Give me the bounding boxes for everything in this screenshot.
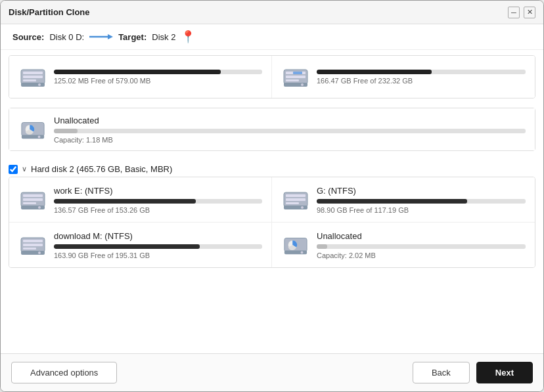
source-disk-value: Disk 0 D: <box>49 32 84 42</box>
download-m-info: download M: (NTFS) 163.90 GB Free of 195… <box>54 231 262 259</box>
window-title: Disk/Partition Clone <box>9 7 90 17</box>
back-button[interactable]: Back <box>413 362 470 383</box>
disk2-title: Hard disk 2 (465.76 GB, Basic, MBR) <box>31 164 172 174</box>
target-disk-value: Disk 2 <box>152 32 175 42</box>
svg-rect-27 <box>286 198 306 201</box>
svg-rect-26 <box>286 194 306 197</box>
top-partition-left: 125.02 MB Free of 579.00 MB <box>9 56 272 98</box>
footer: Advanced options Back Next <box>1 353 543 391</box>
close-button[interactable]: ✕ <box>524 7 535 18</box>
content-area[interactable]: 125.02 MB Free of 579.00 MB <box>1 50 543 353</box>
top-right-bar-bg <box>317 70 526 74</box>
unallocated-disk2-info: Unallocated Capacity: 2.02 MB <box>317 231 526 259</box>
download-m-bar-bg <box>54 244 262 249</box>
download-m-bar-fill <box>54 244 200 249</box>
svg-rect-20 <box>23 194 43 197</box>
pin-icon: 📍 <box>181 30 195 44</box>
svg-point-7 <box>38 83 41 86</box>
main-window: Disk/Partition Clone ─ ✕ Source: Disk 0 … <box>0 0 544 392</box>
next-button[interactable]: Next <box>476 362 533 383</box>
disk2-partitions-grid: work E: (NTFS) 136.57 GB Free of 153.26 … <box>9 177 535 268</box>
svg-rect-11 <box>286 76 306 78</box>
work-e-meta: 136.57 GB Free of 153.26 GB <box>54 206 262 214</box>
top-left-bar-bg <box>54 70 262 74</box>
source-target-bar: Source: Disk 0 D: Target: Disk 2 📍 <box>1 24 543 50</box>
top-partition-right: 166.47 GB Free of 232.32 GB <box>272 56 535 98</box>
download-m-meta: 163.90 GB Free of 195.31 GB <box>54 251 262 259</box>
unallocated-top-name: Unallocated <box>54 116 526 125</box>
work-e-bar-bg <box>54 199 262 204</box>
unallocated-top-item: Unallocated Capacity: 1.18 MB <box>9 108 535 150</box>
partition-g: G: (NTFS) 98.90 GB Free of 117.19 GB <box>272 177 535 223</box>
svg-rect-34 <box>23 248 36 250</box>
disk-icon-top-left <box>18 62 47 91</box>
download-m-name: download M: (NTFS) <box>54 231 262 241</box>
pie-icon-disk2 <box>281 230 310 259</box>
title-controls: ─ ✕ <box>508 7 535 18</box>
top-partitions-grid: 125.02 MB Free of 579.00 MB <box>9 55 535 98</box>
source-label: Source: <box>12 32 44 42</box>
unallocated-top-bar-fill <box>54 129 78 133</box>
minimize-button[interactable]: ─ <box>508 7 520 18</box>
work-e-bar-fill <box>54 199 196 204</box>
top-right-bar-fill <box>317 70 432 74</box>
title-bar: Disk/Partition Clone ─ ✕ <box>1 1 543 24</box>
top-partition-left-info: 125.02 MB Free of 579.00 MB <box>54 70 262 85</box>
unallocated-disk2-name: Unallocated <box>317 231 526 241</box>
svg-rect-17 <box>22 135 44 139</box>
svg-rect-3 <box>23 72 43 74</box>
top-left-meta: 125.02 MB Free of 579.00 MB <box>54 77 262 85</box>
svg-rect-33 <box>23 244 43 246</box>
unallocated-top-info: Unallocated Capacity: 1.18 MB <box>54 116 526 144</box>
pie-icon-top <box>18 115 47 144</box>
advanced-options-button[interactable]: Advanced options <box>11 362 117 383</box>
svg-rect-13 <box>284 83 307 87</box>
work-e-name: work E: (NTFS) <box>54 186 262 196</box>
disk-icon-work-e <box>18 185 47 214</box>
svg-point-18 <box>38 136 41 139</box>
svg-rect-21 <box>23 198 43 201</box>
partition-work-e: work E: (NTFS) 136.57 GB Free of 153.26 … <box>9 177 272 223</box>
svg-point-24 <box>38 206 41 209</box>
partition-unallocated-disk2: Unallocated Capacity: 2.02 MB <box>272 223 535 267</box>
chevron-icon: ∨ <box>22 165 27 173</box>
top-right-meta: 166.47 GB Free of 232.32 GB <box>317 77 526 85</box>
g-meta: 98.90 GB Free of 117.19 GB <box>317 206 526 214</box>
svg-point-40 <box>301 251 304 254</box>
target-label: Target: <box>118 32 147 42</box>
unallocated-disk2-bar-bg <box>317 244 526 249</box>
svg-point-30 <box>301 206 304 209</box>
unallocated-top-bar-bg <box>54 129 526 133</box>
svg-marker-1 <box>108 34 113 39</box>
unallocated-top-container: Unallocated Capacity: 1.18 MB <box>9 108 535 151</box>
disk-icon-g <box>281 185 310 214</box>
g-bar-bg <box>317 199 526 204</box>
arrow-icon <box>89 32 113 41</box>
g-name: G: (NTFS) <box>317 186 526 196</box>
unallocated-disk2-bar-fill <box>317 244 327 249</box>
g-bar-fill <box>317 199 467 204</box>
footer-right-buttons: Back Next <box>413 362 533 383</box>
svg-rect-10 <box>293 72 302 74</box>
svg-rect-29 <box>284 206 307 209</box>
top-left-bar-fill <box>54 70 221 74</box>
svg-point-36 <box>38 251 41 254</box>
svg-point-14 <box>301 83 304 86</box>
unallocated-top-meta: Capacity: 1.18 MB <box>54 136 526 144</box>
disk2-checkbox[interactable] <box>9 165 18 174</box>
svg-rect-28 <box>286 202 299 204</box>
svg-rect-32 <box>23 240 43 242</box>
disk2-section: ∨ Hard disk 2 (465.76 GB, Basic, MBR) <box>9 160 535 268</box>
svg-rect-23 <box>21 206 45 209</box>
svg-rect-35 <box>21 251 45 255</box>
svg-rect-22 <box>23 202 36 204</box>
top-partition-right-info: 166.47 GB Free of 232.32 GB <box>317 70 526 85</box>
disk-icon-top-right <box>281 62 310 91</box>
work-e-info: work E: (NTFS) 136.57 GB Free of 153.26 … <box>54 186 262 214</box>
partition-download-m: download M: (NTFS) 163.90 GB Free of 195… <box>9 223 272 267</box>
disk-icon-download-m <box>18 230 47 259</box>
svg-rect-5 <box>23 79 36 81</box>
svg-rect-6 <box>21 83 45 87</box>
svg-rect-12 <box>286 79 299 81</box>
g-info: G: (NTFS) 98.90 GB Free of 117.19 GB <box>317 186 526 214</box>
